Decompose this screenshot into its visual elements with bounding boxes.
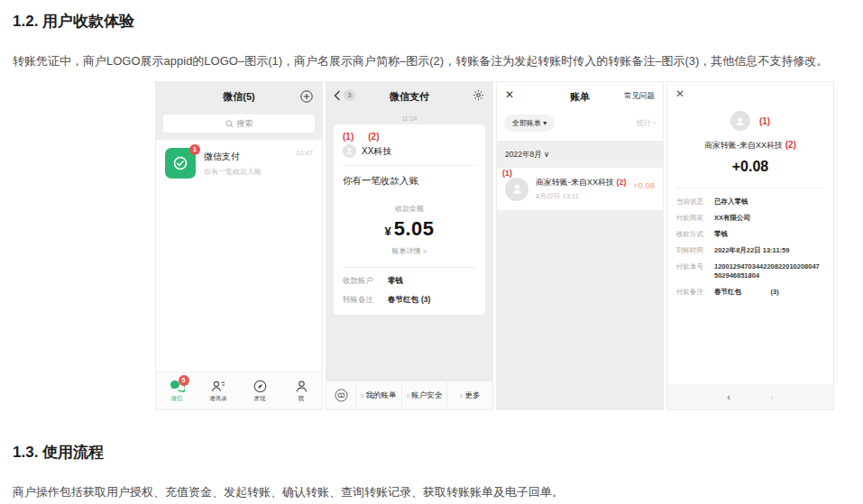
screenshot-payment-message: 3 微信支付 11:24 (1) (2) XX科技 你有一笔收款入账 收款金额: [326, 81, 493, 410]
menu-item-my-bills[interactable]: ≡我的账单: [355, 380, 401, 410]
bill-item-amount: +0.08: [633, 180, 655, 190]
merchant-row: XX科技: [343, 144, 476, 158]
bill-list-title: 账单: [570, 90, 590, 104]
transfer-amount: +0.08: [667, 159, 833, 175]
chat-item-preview: 你有一笔收款入账: [204, 167, 296, 177]
tab-bar: 5 微信 通讯录 发现 我: [156, 371, 322, 409]
card-divider-2: [343, 267, 476, 268]
kv-row-account: 收款账户 零钱: [343, 276, 476, 287]
menu-item-account-security[interactable]: ≡账户安全: [401, 380, 447, 410]
payment-notice-card[interactable]: (1) (2) XX科技 你有一笔收款入账 收款金额 ¥5.05 账单详情 > …: [334, 124, 485, 315]
tab-me-label: 我: [298, 395, 305, 403]
detail-row-time: 到账时间2022年8月22日 13:11:59: [676, 246, 824, 256]
faq-link[interactable]: 常见问题: [624, 91, 655, 102]
payment-notice-text: 你有一笔收款入账: [343, 175, 476, 188]
tab-chats-label: 微信: [171, 395, 183, 403]
month-group-header[interactable]: 2022年8月 ∨: [497, 141, 663, 168]
filter-row: 全部账单 ▾ 统计 ›: [497, 111, 663, 141]
filter-dropdown[interactable]: 全部账单 ▾: [504, 115, 555, 132]
tab-discover[interactable]: 发现: [239, 372, 280, 409]
chat-list-title: 微信(5): [223, 90, 254, 104]
kv-value: 春节红包: [388, 295, 418, 306]
detail-row-order-no: 付款单号120012947034422082201020804750294685…: [676, 262, 824, 282]
section-heading-1-2: 1.2. 用户收款体验: [13, 11, 134, 32]
marker-1: (1): [759, 116, 770, 126]
menu-item-more[interactable]: ≡更多: [446, 380, 492, 410]
detail-row-status: 当前状态已存入零钱: [676, 197, 824, 207]
search-area: 搜索: [156, 111, 322, 140]
menu-marker-icon: ≡: [407, 393, 410, 399]
merchant-avatar: [343, 144, 356, 158]
menu-marker-icon: ≡: [460, 393, 464, 399]
amount-value: ¥5.05: [343, 217, 476, 241]
marker-1: (1): [343, 132, 353, 142]
currency-symbol: ¥: [384, 225, 390, 238]
gear-icon[interactable]: [473, 89, 484, 101]
search-input[interactable]: 搜索: [163, 115, 315, 133]
official-account-menu-bar: ≡我的账单 ≡账户安全 ≡更多: [326, 380, 492, 409]
tab-discover-label: 发现: [254, 395, 266, 403]
keyboard-toggle-icon[interactable]: [326, 389, 355, 402]
chat-detail-title: 微信支付: [390, 90, 429, 104]
kv-label: 转账备注: [343, 295, 388, 306]
detail-row-merchant: 付款商家XX有限公司: [676, 214, 824, 224]
chat-item-wechat-pay[interactable]: 1 微信支付 你有一笔收款入账 10:47: [156, 140, 322, 187]
detail-row-remark: 付款备注春节红包(3): [676, 288, 824, 298]
marker-2: (2): [617, 178, 627, 187]
tab-chats[interactable]: 5 微信: [156, 372, 197, 409]
bill-list-header: ✕ 账单 常见问题: [497, 82, 663, 111]
section-paragraph-1-3: 商户操作包括获取用户授权、充值资金、发起转账、确认转账、查询转账记录、获取转账账…: [13, 483, 857, 501]
section-paragraph-1-2: 转账凭证中，商户LOGO展示appid的LOGO–图示(1)，商户名展示商户简称…: [13, 52, 857, 70]
amount-number: 5.05: [394, 217, 435, 240]
screenshot-transfer-detail: ✕ (1) 商家转账-来自XX科技 (2) +0.08 当前状态已存入零钱 付款…: [666, 81, 834, 410]
pager-bar: ‹ ›: [667, 384, 833, 409]
chat-item-meta: 微信支付 你有一笔收款入账: [204, 151, 296, 177]
person-icon: [295, 379, 308, 393]
prev-arrow-icon[interactable]: ‹: [727, 391, 730, 402]
back-button[interactable]: 3: [334, 89, 355, 101]
detail-rows: 当前状态已存入零钱 付款商家XX有限公司 收款方式零钱 到账时间2022年8月2…: [667, 197, 833, 298]
statistics-link[interactable]: 统计 ›: [637, 118, 656, 128]
chat-item-name: 微信支付: [204, 151, 296, 163]
transfer-summary: (1) 商家转账-来自XX科技 (2) +0.08: [667, 111, 833, 175]
chat-list-header: 微信(5): [156, 82, 322, 111]
bill-detail-link[interactable]: 账单详情 >: [343, 246, 476, 256]
figure-phone-screens: 微信(5) 搜索 1 微信支付 你有一笔收款入账 10:47: [155, 81, 834, 410]
kv-value: 零钱: [388, 276, 403, 287]
tab-me[interactable]: 我: [280, 372, 322, 409]
search-icon: [225, 120, 234, 128]
chat-bubbles-icon: 5: [170, 379, 185, 393]
menu-marker-icon: ≡: [361, 393, 364, 399]
contacts-icon: [211, 379, 225, 393]
marker-3: (3): [771, 288, 825, 298]
transfer-title: 商家转账-来自XX科技 (2): [667, 140, 833, 151]
detail-row-method: 收款方式零钱: [676, 230, 824, 240]
tab-contacts-label: 通讯录: [209, 395, 227, 403]
amount-label: 收款金额: [343, 204, 476, 214]
chat-item-time: 10:47: [296, 149, 313, 157]
close-icon[interactable]: ✕: [675, 87, 684, 100]
next-arrow-icon[interactable]: ›: [770, 391, 774, 402]
marker-1: (1): [502, 169, 512, 178]
figure-markers: (1) (2): [343, 132, 476, 142]
tab-chats-badge: 5: [179, 375, 189, 386]
section-heading-1-3: 1.3. 使用流程: [13, 442, 104, 463]
screenshot-chat-list: 微信(5) 搜索 1 微信支付 你有一笔收款入账 10:47: [155, 81, 323, 410]
bill-list-item[interactable]: (1) 商家转账-来自XX科技 (2) 8月22日 13:11 +0.08: [497, 168, 663, 210]
compass-icon: [253, 379, 267, 393]
bill-item-time: 8月22日 13:11: [536, 192, 633, 201]
kv-row-remark: 转账备注 春节红包 (3): [343, 295, 476, 306]
add-icon[interactable]: [300, 90, 313, 103]
bill-item-meta: 商家转账-来自XX科技 (2) 8月22日 13:11: [536, 177, 633, 201]
kv-label: 收款账户: [343, 276, 388, 287]
merchant-name: XX科技: [362, 145, 391, 158]
tab-contacts[interactable]: 通讯录: [197, 372, 239, 409]
wechat-pay-icon: 1: [165, 148, 196, 179]
unread-badge: 1: [189, 144, 200, 155]
close-icon[interactable]: ✕: [505, 88, 514, 101]
marker-2: (2): [368, 132, 379, 142]
search-placeholder: 搜索: [237, 118, 253, 130]
card-divider: [343, 165, 476, 166]
detail-divider: [676, 188, 824, 188]
bill-item-avatar: [505, 178, 528, 201]
